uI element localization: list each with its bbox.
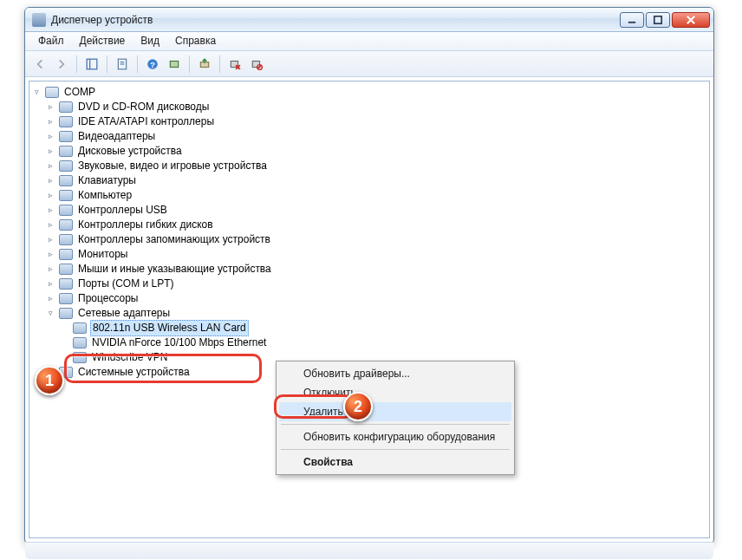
expander-icon[interactable]: ▹ — [47, 265, 55, 273]
device-category-icon — [59, 293, 73, 304]
expander-icon[interactable]: ▹ — [47, 133, 55, 140]
ctx-update-drivers[interactable]: Обновить драйверы... — [279, 364, 511, 383]
context-menu: Обновить драйверы... Отключить Удалить О… — [276, 361, 515, 475]
toolbar-separator — [107, 55, 107, 73]
device-category-icon — [59, 146, 73, 157]
tree-category[interactable]: Процессоры — [59, 291, 707, 306]
tree-category[interactable]: Порты (COM и LPT) — [59, 277, 707, 291]
maximize-button[interactable] — [646, 12, 670, 28]
expander-icon[interactable]: ▹ — [47, 221, 55, 229]
expander-icon[interactable]: ▹ — [47, 177, 55, 185]
toolbar-separator — [189, 55, 190, 73]
category-label: Мониторы — [76, 247, 129, 262]
ctx-separator — [281, 449, 510, 450]
toolbar: ? — [25, 51, 713, 77]
tree-category[interactable]: Контроллеры гибких дисков — [59, 218, 707, 232]
expander-icon[interactable]: ▹ — [47, 162, 55, 170]
tree-category[interactable]: Мониторы — [59, 247, 707, 262]
menu-file[interactable]: Файл — [30, 32, 72, 50]
back-button[interactable] — [30, 55, 49, 74]
ctx-scan-hardware[interactable]: Обновить конфигурацию оборудования — [279, 427, 511, 446]
close-button[interactable] — [672, 12, 710, 28]
expander-icon[interactable]: ▹ — [47, 206, 55, 214]
tree-category[interactable]: Контроллеры USB — [59, 203, 707, 218]
tree-device[interactable]: 802.11n USB Wireless LAN Card — [73, 321, 707, 335]
tree-category[interactable]: Компьютер — [59, 188, 707, 203]
expander-icon[interactable]: ▹ — [47, 118, 55, 126]
expander-icon[interactable]: ▹ — [47, 251, 55, 258]
annotation-badge-2: 2 — [343, 392, 373, 421]
network-adapter-icon — [73, 322, 87, 334]
category-label: Контроллеры гибких дисков — [76, 218, 215, 232]
expander-icon[interactable]: ▿ — [33, 88, 41, 96]
expander-icon[interactable]: ▹ — [47, 295, 55, 303]
window-buttons — [620, 12, 710, 28]
svg-rect-1 — [654, 16, 661, 23]
show-hide-tree-button[interactable] — [82, 55, 101, 74]
expander-icon[interactable]: ▹ — [47, 236, 55, 244]
category-label: Системные устройства — [76, 365, 192, 380]
ctx-separator — [281, 424, 510, 425]
category-label: Дисковые устройства — [76, 144, 184, 159]
device-category-icon — [59, 278, 73, 290]
help-button[interactable]: ? — [143, 55, 162, 74]
device-category-icon — [59, 249, 73, 260]
device-label: 802.11n USB Wireless LAN Card — [90, 320, 249, 336]
toolbar-separator — [76, 55, 77, 73]
network-category-icon — [59, 308, 73, 319]
category-label: Процессоры — [76, 291, 140, 306]
minimize-button[interactable] — [620, 12, 644, 28]
expander-icon[interactable]: ▹ — [47, 147, 55, 155]
titlebar[interactable]: Диспетчер устройств — [25, 8, 713, 32]
ctx-properties[interactable]: Свойства — [279, 453, 511, 472]
expander-icon[interactable]: ▹ — [47, 280, 55, 288]
scan-hardware-button[interactable] — [165, 55, 184, 74]
expander-icon[interactable]: ▿ — [47, 309, 55, 317]
root-label: COMP — [62, 85, 97, 100]
tree-root[interactable]: COMP — [45, 85, 707, 100]
menu-help[interactable]: Справка — [167, 32, 224, 50]
disable-button[interactable] — [247, 55, 266, 74]
category-label: DVD и CD-ROM дисководы — [76, 100, 211, 114]
tree-category[interactable]: Клавиатуры — [59, 173, 707, 188]
tree-category[interactable]: DVD и CD-ROM дисководы — [59, 100, 707, 114]
device-category-icon — [59, 205, 73, 216]
update-driver-button[interactable] — [195, 55, 214, 74]
device-category-icon — [59, 160, 73, 172]
toolbar-separator — [219, 55, 220, 73]
device-category-icon — [59, 101, 73, 113]
properties-button[interactable] — [113, 55, 132, 74]
tree-category[interactable]: IDE ATA/ATAPI контроллеры — [59, 114, 707, 129]
tree-category-network[interactable]: Сетевые адаптеры — [59, 306, 707, 321]
category-label: Звуковые, видео и игровые устройства — [76, 159, 269, 173]
category-label: Компьютер — [76, 188, 133, 203]
tree-category[interactable]: Дисковые устройства — [59, 144, 707, 159]
category-label: Порты (COM и LPT) — [76, 277, 176, 291]
menu-action[interactable]: Действие — [72, 32, 133, 50]
svg-rect-9 — [170, 61, 178, 67]
network-adapter-icon — [73, 352, 87, 363]
menu-view[interactable]: Вид — [133, 32, 167, 50]
tree-category[interactable]: Мыши и иные указывающие устройства — [59, 262, 707, 277]
toolbar-separator — [137, 55, 138, 73]
tree-device[interactable]: NVIDIA nForce 10/100 Mbps Ethernet — [73, 335, 707, 350]
uninstall-button[interactable] — [225, 55, 244, 74]
tree-category[interactable]: Звуковые, видео и игровые устройства — [59, 159, 707, 173]
menubar: Файл Действие Вид Справка — [25, 32, 713, 51]
tree-category[interactable]: Контроллеры запоминающих устройств — [59, 232, 707, 247]
category-label: Мыши и иные указывающие устройства — [76, 262, 273, 277]
device-label: NVIDIA nForce 10/100 Mbps Ethernet — [90, 335, 268, 350]
device-category-icon — [59, 264, 73, 275]
category-label: IDE ATA/ATAPI контроллеры — [76, 114, 216, 129]
expander-icon[interactable]: ▹ — [47, 192, 55, 199]
category-label: Видеоадаптеры — [76, 129, 157, 144]
device-category-icon — [59, 131, 73, 142]
tree-category[interactable]: Видеоадаптеры — [59, 129, 707, 144]
forward-button[interactable] — [52, 55, 71, 74]
ctx-disable[interactable]: Отключить — [279, 383, 511, 402]
svg-rect-2 — [87, 59, 97, 69]
device-label: Windscribe VPN — [90, 350, 169, 365]
ctx-delete[interactable]: Удалить — [279, 402, 511, 421]
computer-icon — [45, 87, 59, 98]
expander-icon[interactable]: ▹ — [47, 103, 55, 111]
